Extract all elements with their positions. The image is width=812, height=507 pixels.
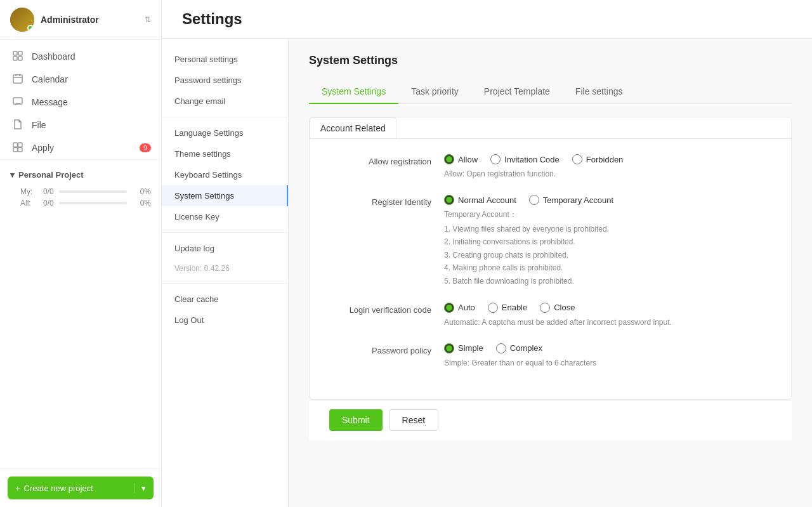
radio-auto-label: Auto (458, 303, 475, 312)
radio-temporary-input[interactable] (529, 195, 539, 205)
sidebar-nav: Dashboard Calendar Message (0, 40, 161, 468)
sidebar-item-label: Calendar (32, 74, 68, 84)
svg-rect-12 (18, 148, 23, 152)
admin-name: Administrator (41, 15, 138, 25)
settings-nav-license[interactable]: License Key (162, 206, 288, 227)
settings-nav-theme[interactable]: Theme settings (162, 143, 288, 164)
settings-nav-system[interactable]: System Settings (162, 185, 288, 206)
radio-temporary-label: Temporary Account (543, 195, 613, 205)
svg-rect-4 (13, 75, 22, 83)
settings-nav-version: Version: 0.42.26 (162, 259, 288, 278)
tab-project-template[interactable]: Project Template (471, 80, 563, 104)
plus-icon: + (15, 484, 20, 493)
calendar-icon (13, 74, 24, 85)
radio-normal-input[interactable] (444, 195, 454, 205)
chevron-updown-icon: ⇅ (145, 15, 151, 24)
tab-system-settings[interactable]: System Settings (309, 80, 398, 104)
file-icon (13, 119, 24, 131)
radio-auto[interactable]: Auto (444, 303, 475, 313)
submit-button[interactable]: Submit (329, 409, 383, 431)
nav-divider-2 (162, 232, 288, 233)
radio-allow-input[interactable] (444, 154, 454, 164)
project-stats: My: 0/0 0% All: 0/0 0% (0, 185, 161, 213)
create-btn-label: Create new project (24, 484, 131, 493)
project-title: Personal Project (18, 170, 84, 180)
project-header[interactable]: ▾ Personal Project (0, 165, 161, 185)
settings-nav-update[interactable]: Update log (162, 238, 288, 259)
settings-nav: Personal settings Password settings Chan… (162, 39, 289, 507)
create-new-project-button[interactable]: + Create new project ▾ (8, 477, 154, 499)
radio-invitation-label: Invitation Code (504, 155, 560, 164)
form-section: Allow registration Allow Invitation Code (310, 139, 791, 399)
radio-enable[interactable]: Enable (488, 303, 527, 313)
form-row-password-policy: Password policy Simple Complex (330, 343, 771, 369)
radio-enable-label: Enable (502, 303, 527, 312)
svg-rect-11 (13, 148, 18, 152)
hint-item-5: 5. Batch file downloading is prohibited. (444, 275, 771, 287)
stat-all-value: 0/0 (43, 199, 54, 207)
sidebar-item-calendar[interactable]: Calendar (0, 68, 161, 91)
radio-complex[interactable]: Complex (496, 343, 542, 353)
radio-normal-account[interactable]: Normal Account (444, 195, 516, 205)
radio-enable-input[interactable] (488, 303, 498, 313)
settings-nav-personal[interactable]: Personal settings (162, 49, 288, 70)
radio-simple[interactable]: Simple (444, 343, 483, 353)
hint-policy: Simple: Greater than or equal to 6 chara… (444, 357, 771, 369)
project-section: ▾ Personal Project My: 0/0 0% All: 0/0 (0, 159, 161, 218)
radio-simple-input[interactable] (444, 343, 454, 353)
create-btn-divider (134, 483, 135, 493)
radio-invitation-input[interactable] (490, 154, 501, 164)
settings-nav-language[interactable]: Language Settings (162, 122, 288, 143)
sidebar-item-apply[interactable]: Apply 9 (0, 136, 161, 159)
radio-complex-input[interactable] (496, 343, 506, 353)
nav-divider-1 (162, 117, 288, 117)
radio-close-input[interactable] (540, 303, 550, 313)
radio-allow[interactable]: Allow (444, 154, 478, 164)
radio-auto-input[interactable] (444, 303, 454, 313)
control-register-identity: Normal Account Temporary Account Tempora… (444, 195, 771, 287)
radio-close[interactable]: Close (540, 303, 575, 313)
settings-nav-keyboard[interactable]: Keyboard Settings (162, 164, 288, 185)
apply-icon (13, 142, 24, 154)
radio-complex-label: Complex (510, 343, 542, 353)
radio-forbidden[interactable]: Forbidden (572, 154, 624, 164)
radio-group-identity: Normal Account Temporary Account (444, 195, 771, 205)
hint-registration: Allow: Open registration function. (444, 168, 771, 180)
radio-group-policy: Simple Complex (444, 343, 771, 353)
stat-all-pct: 0% (132, 199, 151, 207)
stat-all-bar-bg (59, 202, 127, 204)
sidebar-item-dashboard[interactable]: Dashboard (0, 45, 161, 68)
label-password-policy: Password policy (330, 343, 431, 355)
stat-my-label: My: (20, 187, 38, 196)
hint-list-identity: 1. Viewing files shared by everyone is p… (444, 223, 771, 287)
radio-group-verification: Auto Enable Close (444, 303, 771, 313)
sidebar: Administrator ⇅ Dashboard (0, 0, 162, 507)
stat-all-label: All: (20, 199, 38, 207)
sidebar-item-message[interactable]: Message (0, 91, 161, 114)
tab-file-settings[interactable]: File settings (563, 80, 636, 104)
radio-forbidden-input[interactable] (572, 154, 582, 164)
sidebar-header[interactable]: Administrator ⇅ (0, 0, 161, 40)
control-password-policy: Simple Complex Simple: Greater than or e… (444, 343, 771, 369)
reset-button[interactable]: Reset (389, 409, 439, 431)
tab-task-priority[interactable]: Task priority (398, 80, 471, 104)
sidebar-item-label: Message (32, 97, 68, 107)
radio-normal-label: Normal Account (458, 195, 516, 205)
label-login-verification: Login verification code (330, 303, 431, 315)
hint-verification: Automatic: A captcha must be added after… (444, 317, 771, 328)
svg-rect-9 (13, 143, 18, 147)
form-row-verification: Login verification code Auto Enable (330, 303, 771, 328)
hint-item-2: 2. Initiating conversations is prohibite… (444, 235, 771, 248)
settings-nav-clear-cache[interactable]: Clear cache (162, 289, 288, 310)
radio-temporary-account[interactable]: Temporary Account (529, 195, 613, 205)
main-header: Settings (162, 0, 812, 39)
sidebar-item-file[interactable]: File (0, 114, 161, 136)
settings-nav-password[interactable]: Password settings (162, 70, 288, 91)
radio-invitation[interactable]: Invitation Code (490, 154, 560, 164)
collapse-icon: ▾ (10, 170, 15, 180)
settings-nav-logout[interactable]: Log Out (162, 310, 288, 331)
main-content: Settings Personal settings Password sett… (162, 0, 812, 507)
create-btn-arrow-icon: ▾ (139, 484, 146, 493)
submit-bar: Submit Reset (309, 400, 792, 440)
settings-nav-email[interactable]: Change email (162, 91, 288, 112)
